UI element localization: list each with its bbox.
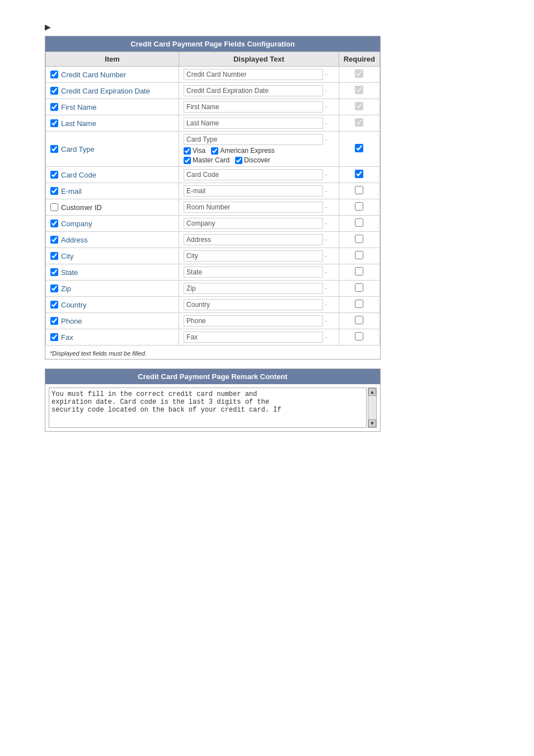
main-container: Credit Card Payment Page Fields Configur…	[45, 36, 381, 432]
dash-icon: -	[325, 136, 327, 143]
scroll-up-button[interactable]: ▲	[368, 388, 376, 396]
item-cell-city: City	[46, 248, 179, 264]
required-checkbox-customer-id[interactable]	[355, 202, 363, 211]
dash-icon: -	[325, 252, 327, 260]
item-checkbox-company[interactable]	[50, 220, 58, 227]
displayed-text-input-address[interactable]	[184, 234, 323, 245]
item-checkbox-card-code[interactable]	[50, 171, 58, 179]
item-checkbox-credit-card-number[interactable]	[50, 71, 58, 78]
card-option-visa[interactable]	[184, 147, 191, 155]
item-label-address: Address	[61, 236, 88, 244]
table-row: Card Code-	[46, 167, 380, 183]
displayed-text-input-last-name[interactable]	[184, 118, 323, 129]
required-checkbox-zip[interactable]	[355, 283, 363, 292]
item-checkbox-credit-card-expiration[interactable]	[50, 87, 58, 95]
dash-icon: -	[325, 333, 327, 341]
displayed-text-cell-address: -	[179, 232, 339, 248]
item-checkbox-country[interactable]	[50, 301, 58, 309]
displayed-text-cell-customer-id: -	[179, 199, 339, 216]
displayed-text-input-credit-card-expiration[interactable]	[184, 85, 323, 96]
item-cell-company: Company	[46, 216, 179, 232]
item-checkbox-zip[interactable]	[50, 284, 58, 292]
required-cell-last-name	[339, 115, 380, 132]
displayed-text-input-email[interactable]	[184, 185, 323, 197]
required-checkbox-fax[interactable]	[355, 332, 363, 340]
item-checkbox-state[interactable]	[50, 268, 58, 276]
displayed-text-input-fax[interactable]	[184, 332, 323, 343]
col-header-displayed-text: Displayed Text	[179, 52, 339, 67]
table-row: Credit Card Expiration Date-	[46, 83, 380, 99]
item-checkbox-customer-id[interactable]	[50, 203, 58, 211]
table-row: Fax-	[46, 329, 380, 346]
item-checkbox-last-name[interactable]	[50, 119, 58, 127]
item-cell-credit-card-number: Credit Card Number	[46, 67, 179, 83]
displayed-text-cell-zip: -	[179, 281, 339, 297]
item-checkbox-card-type[interactable]	[50, 145, 58, 153]
remark-textarea[interactable]	[49, 388, 367, 428]
required-cell-fax	[339, 329, 380, 346]
required-checkbox-city[interactable]	[355, 251, 363, 259]
item-label-email: E-mail	[61, 187, 82, 195]
required-checkbox-address[interactable]	[355, 235, 363, 243]
displayed-text-cell-country: -	[179, 297, 339, 313]
required-cell-phone	[339, 313, 380, 329]
required-checkbox-email[interactable]	[355, 186, 363, 194]
table-row: State-	[46, 264, 380, 281]
scroll-down-button[interactable]: ▼	[368, 419, 376, 427]
required-cell-state	[339, 264, 380, 281]
table-row: Phone-	[46, 313, 380, 329]
footnote: *Displayed text fields must be filled.	[45, 348, 380, 359]
item-cell-country: Country	[46, 297, 179, 313]
item-cell-credit-card-expiration: Credit Card Expiration Date	[46, 83, 179, 99]
item-checkbox-first-name[interactable]	[50, 103, 58, 111]
table-row: Country-	[46, 297, 380, 313]
dash-icon: -	[325, 187, 327, 195]
card-option-label: Visa	[193, 147, 205, 155]
card-option-american-express[interactable]	[211, 147, 218, 155]
dash-icon: -	[325, 171, 327, 179]
item-checkbox-email[interactable]	[50, 187, 58, 195]
required-cell-city	[339, 248, 380, 264]
displayed-text-input-phone[interactable]	[184, 315, 323, 326]
displayed-text-input-city[interactable]	[184, 250, 323, 262]
item-label-credit-card-number: Credit Card Number	[61, 71, 126, 79]
displayed-text-input-country[interactable]	[184, 299, 323, 310]
displayed-text-cell-card-code: -	[179, 167, 339, 183]
item-label-credit-card-expiration: Credit Card Expiration Date	[61, 87, 150, 95]
required-checkbox-phone[interactable]	[355, 316, 363, 324]
table-row: First Name-	[46, 99, 380, 115]
displayed-text-input-first-name[interactable]	[184, 101, 323, 113]
card-option-master-card[interactable]	[184, 157, 191, 164]
item-checkbox-fax[interactable]	[50, 333, 58, 341]
remark-wrapper: Credit Card Payment Page Remark Content …	[45, 368, 381, 432]
displayed-text-input-credit-card-number[interactable]	[184, 69, 323, 80]
config-table-title: Credit Card Payment Page Fields Configur…	[45, 36, 380, 52]
required-checkbox-state[interactable]	[355, 267, 363, 276]
card-option-label: Discover	[244, 156, 270, 164]
item-label-country: Country	[61, 301, 87, 309]
required-checkbox-card-type[interactable]	[355, 144, 363, 152]
required-cell-company	[339, 216, 380, 232]
required-checkbox-company[interactable]	[355, 218, 363, 227]
table-row: Address-	[46, 232, 380, 248]
table-row: Company-	[46, 216, 380, 232]
item-checkbox-city[interactable]	[50, 252, 58, 260]
item-checkbox-address[interactable]	[50, 236, 58, 244]
required-checkbox-country[interactable]	[355, 300, 363, 308]
displayed-text-input-card-type[interactable]	[184, 134, 323, 145]
displayed-text-cell-fax: -	[179, 329, 339, 346]
displayed-text-input-state[interactable]	[184, 267, 323, 278]
item-label-city: City	[61, 252, 73, 260]
remark-title: Credit Card Payment Page Remark Content	[45, 369, 380, 384]
required-checkbox-card-code[interactable]	[355, 170, 363, 178]
table-row: Zip-	[46, 281, 380, 297]
item-cell-fax: Fax	[46, 329, 179, 346]
displayed-text-input-card-code[interactable]	[184, 169, 323, 180]
table-row: Customer ID-	[46, 199, 380, 216]
displayed-text-input-company[interactable]	[184, 218, 323, 229]
displayed-text-input-customer-id[interactable]	[184, 202, 323, 213]
card-option-discover[interactable]	[235, 157, 242, 164]
card-option-label: American Express	[220, 147, 274, 155]
item-checkbox-phone[interactable]	[50, 317, 58, 325]
displayed-text-input-zip[interactable]	[184, 283, 323, 294]
